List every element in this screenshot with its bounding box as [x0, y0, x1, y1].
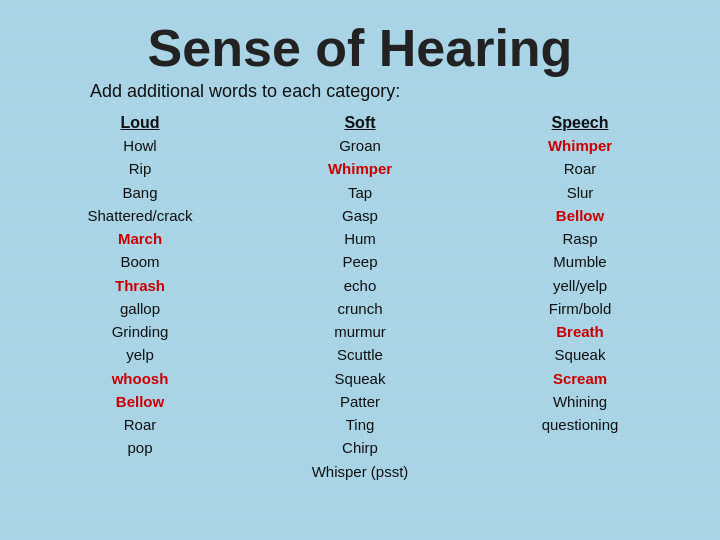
- column-header-0: Loud: [120, 114, 159, 132]
- column-0-item-6: Thrash: [115, 274, 165, 297]
- column-2-item-12: questioning: [542, 413, 619, 436]
- column-0-item-4: March: [118, 227, 162, 250]
- column-0-item-11: Bellow: [116, 390, 164, 413]
- column-0-item-9: yelp: [126, 343, 154, 366]
- page-subtitle: Add additional words to each category:: [90, 81, 690, 102]
- column-0-item-1: Rip: [129, 157, 152, 180]
- column-2-item-10: Scream: [553, 367, 607, 390]
- column-0-item-8: Grinding: [112, 320, 169, 343]
- column-1-item-4: Hum: [344, 227, 376, 250]
- column-header-1: Soft: [344, 114, 375, 132]
- column-1-item-11: Patter: [340, 390, 380, 413]
- column-2-item-2: Slur: [567, 181, 594, 204]
- column-1-item-14: Whisper (psst): [312, 460, 409, 483]
- column-1-item-13: Chirp: [342, 436, 378, 459]
- column-1-item-10: Squeak: [335, 367, 386, 390]
- column-1-item-3: Gasp: [342, 204, 378, 227]
- column-0-item-12: Roar: [124, 413, 157, 436]
- column-1: SoftGroanWhimperTapGaspHumPeepechocrunch…: [280, 114, 440, 483]
- column-2-item-5: Mumble: [553, 250, 606, 273]
- column-0-item-2: Bang: [122, 181, 157, 204]
- column-1-item-1: Whimper: [328, 157, 392, 180]
- column-0-item-10: whoosh: [112, 367, 169, 390]
- column-2-item-8: Breath: [556, 320, 604, 343]
- column-1-item-0: Groan: [339, 134, 381, 157]
- column-1-item-9: Scuttle: [337, 343, 383, 366]
- column-2-item-3: Bellow: [556, 204, 604, 227]
- column-0: LoudHowlRipBangShattered/crackMarchBoomT…: [60, 114, 220, 460]
- column-0-item-7: gallop: [120, 297, 160, 320]
- column-1-item-12: Ting: [346, 413, 375, 436]
- column-1-item-8: murmur: [334, 320, 386, 343]
- column-2-item-4: Rasp: [562, 227, 597, 250]
- column-2-item-11: Whining: [553, 390, 607, 413]
- column-0-item-0: Howl: [123, 134, 156, 157]
- column-0-item-13: pop: [127, 436, 152, 459]
- column-header-2: Speech: [552, 114, 609, 132]
- column-1-item-5: Peep: [342, 250, 377, 273]
- column-1-item-6: echo: [344, 274, 377, 297]
- column-1-item-2: Tap: [348, 181, 372, 204]
- column-2: SpeechWhimperRoarSlurBellowRaspMumbleyel…: [500, 114, 660, 436]
- column-2-item-7: Firm/bold: [549, 297, 612, 320]
- column-2-item-1: Roar: [564, 157, 597, 180]
- page-title: Sense of Hearing: [30, 20, 690, 77]
- column-2-item-9: Squeak: [555, 343, 606, 366]
- page-container: Sense of Hearing Add additional words to…: [0, 0, 720, 540]
- columns-container: LoudHowlRipBangShattered/crackMarchBoomT…: [30, 114, 690, 520]
- column-1-item-7: crunch: [337, 297, 382, 320]
- column-0-item-5: Boom: [120, 250, 159, 273]
- column-2-item-0: Whimper: [548, 134, 612, 157]
- column-0-item-3: Shattered/crack: [87, 204, 192, 227]
- column-2-item-6: yell/yelp: [553, 274, 607, 297]
